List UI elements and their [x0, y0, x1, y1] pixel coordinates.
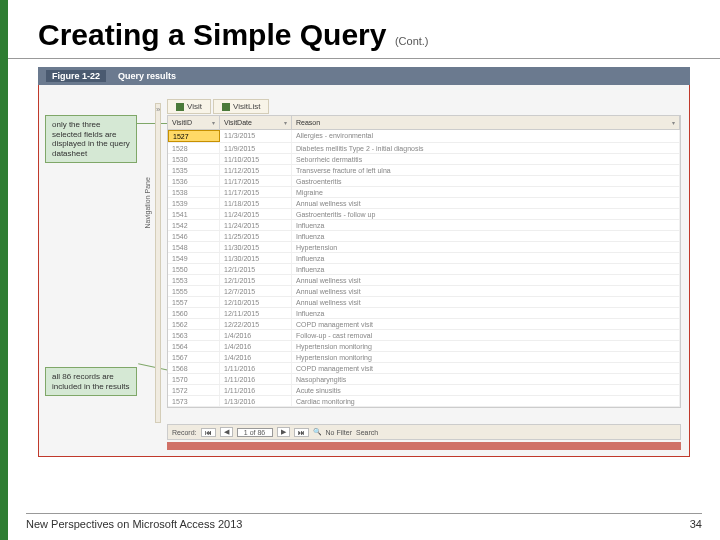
cell-visitdate[interactable]: 1/11/2016: [220, 374, 292, 384]
cell-visitid[interactable]: 1567: [168, 352, 220, 362]
cell-reason[interactable]: Hypertension: [292, 242, 680, 252]
cell-reason[interactable]: Influenza: [292, 308, 680, 318]
nav-last-button[interactable]: ⏭: [294, 428, 309, 437]
cell-reason[interactable]: Influenza: [292, 220, 680, 230]
table-row[interactable]: 156212/22/2015COPD management visit: [168, 319, 680, 330]
cell-visitdate[interactable]: 11/12/2015: [220, 165, 292, 175]
cell-visitdate[interactable]: 1/11/2016: [220, 385, 292, 395]
table-row[interactable]: 155012/1/2015Influenza: [168, 264, 680, 275]
cell-visitdate[interactable]: 1/13/2016: [220, 396, 292, 406]
cell-visitdate[interactable]: 11/25/2015: [220, 231, 292, 241]
cell-visitid[interactable]: 1530: [168, 154, 220, 164]
cell-visitid[interactable]: 1542: [168, 220, 220, 230]
cell-reason[interactable]: Seborrheic dermatitis: [292, 154, 680, 164]
column-header-reason[interactable]: Reason▾: [292, 116, 680, 129]
table-row[interactable]: 154211/24/2015Influenza: [168, 220, 680, 231]
cell-visitid[interactable]: 1564: [168, 341, 220, 351]
tab-visit[interactable]: Visit: [167, 99, 211, 114]
cell-reason[interactable]: Hypertension monitoring: [292, 341, 680, 351]
nav-prev-button[interactable]: ◀: [220, 427, 233, 437]
nav-next-button[interactable]: ▶: [277, 427, 290, 437]
cell-reason[interactable]: Annual wellness visit: [292, 275, 680, 285]
cell-visitid[interactable]: 1549: [168, 253, 220, 263]
cell-visitid[interactable]: 1548: [168, 242, 220, 252]
cell-reason[interactable]: Influenza: [292, 231, 680, 241]
column-header-visitid[interactable]: VisitID▾: [168, 116, 220, 129]
cell-visitid[interactable]: 1535: [168, 165, 220, 175]
cell-reason[interactable]: Nasopharyngitis: [292, 374, 680, 384]
table-row[interactable]: 153911/18/2015Annual wellness visit: [168, 198, 680, 209]
cell-visitdate[interactable]: 12/11/2015: [220, 308, 292, 318]
cell-visitid[interactable]: 1560: [168, 308, 220, 318]
cell-visitdate[interactable]: 12/10/2015: [220, 297, 292, 307]
table-row[interactable]: 15721/11/2016Acute sinusitis: [168, 385, 680, 396]
cell-visitid[interactable]: 1570: [168, 374, 220, 384]
table-row[interactable]: 156012/11/2015Influenza: [168, 308, 680, 319]
cell-reason[interactable]: Annual wellness visit: [292, 198, 680, 208]
table-row[interactable]: 15671/4/2016Hypertension monitoring: [168, 352, 680, 363]
cell-visitdate[interactable]: 11/30/2015: [220, 253, 292, 263]
table-row[interactable]: 152811/9/2015Diabetes mellitis Type 2 - …: [168, 143, 680, 154]
cell-reason[interactable]: Influenza: [292, 264, 680, 274]
cell-visitid[interactable]: 1538: [168, 187, 220, 197]
cell-visitid[interactable]: 1562: [168, 319, 220, 329]
cell-visitid[interactable]: 1536: [168, 176, 220, 186]
table-row[interactable]: 15701/11/2016Nasopharyngitis: [168, 374, 680, 385]
cell-visitdate[interactable]: 12/7/2015: [220, 286, 292, 296]
cell-visitdate[interactable]: 1/4/2016: [220, 352, 292, 362]
cell-visitdate[interactable]: 11/9/2015: [220, 143, 292, 153]
table-row[interactable]: 154111/24/2015Gastroenteritis - follow u…: [168, 209, 680, 220]
cell-visitdate[interactable]: 12/1/2015: [220, 264, 292, 274]
cell-visitid[interactable]: 1553: [168, 275, 220, 285]
table-row[interactable]: 153811/17/2015Migraine: [168, 187, 680, 198]
cell-reason[interactable]: Annual wellness visit: [292, 286, 680, 296]
nav-pane-chevron-icon[interactable]: »: [156, 105, 160, 114]
cell-visitdate[interactable]: 1/4/2016: [220, 330, 292, 340]
table-row[interactable]: 153511/12/2015Transverse fracture of lef…: [168, 165, 680, 176]
cell-visitid[interactable]: 1555: [168, 286, 220, 296]
chevron-down-icon[interactable]: ▾: [284, 119, 287, 126]
cell-reason[interactable]: Gastroenteritis: [292, 176, 680, 186]
column-header-visitdate[interactable]: VisitDate▾: [220, 116, 292, 129]
cell-reason[interactable]: Migraine: [292, 187, 680, 197]
record-position[interactable]: 1 of 86: [237, 428, 273, 437]
cell-visitid[interactable]: 1550: [168, 264, 220, 274]
cell-reason[interactable]: Cardiac monitoring: [292, 396, 680, 406]
cell-visitid[interactable]: 1557: [168, 297, 220, 307]
table-row[interactable]: 15631/4/2016Follow-up - cast removal: [168, 330, 680, 341]
cell-visitdate[interactable]: 1/4/2016: [220, 341, 292, 351]
chevron-down-icon[interactable]: ▾: [672, 119, 675, 126]
table-row[interactable]: 15731/13/2016Cardiac monitoring: [168, 396, 680, 407]
cell-visitid[interactable]: 1546: [168, 231, 220, 241]
cell-visitdate[interactable]: 11/24/2015: [220, 220, 292, 230]
table-row[interactable]: 155712/10/2015Annual wellness visit: [168, 297, 680, 308]
cell-reason[interactable]: Influenza: [292, 253, 680, 263]
table-row[interactable]: 154911/30/2015Influenza: [168, 253, 680, 264]
cell-visitdate[interactable]: 11/10/2015: [220, 154, 292, 164]
table-row[interactable]: 153611/17/2015Gastroenteritis: [168, 176, 680, 187]
cell-visitdate[interactable]: 11/18/2015: [220, 198, 292, 208]
cell-visitdate[interactable]: 11/3/2015: [220, 130, 292, 142]
cell-reason[interactable]: Transverse fracture of left ulna: [292, 165, 680, 175]
table-row[interactable]: 152711/3/2015Allergies - environmental: [168, 130, 680, 143]
cell-reason[interactable]: COPD management visit: [292, 319, 680, 329]
cell-reason[interactable]: Allergies - environmental: [292, 130, 680, 142]
cell-visitdate[interactable]: 11/17/2015: [220, 187, 292, 197]
cell-visitid[interactable]: 1572: [168, 385, 220, 395]
cell-reason[interactable]: Gastroenteritis - follow up: [292, 209, 680, 219]
tab-visitlist[interactable]: VisitList: [213, 99, 269, 114]
table-row[interactable]: 153011/10/2015Seborrheic dermatitis: [168, 154, 680, 165]
cell-visitdate[interactable]: 11/24/2015: [220, 209, 292, 219]
cell-visitid[interactable]: 1563: [168, 330, 220, 340]
cell-visitdate[interactable]: 11/17/2015: [220, 176, 292, 186]
cell-reason[interactable]: COPD management visit: [292, 363, 680, 373]
cell-visitdate[interactable]: 12/22/2015: [220, 319, 292, 329]
table-row[interactable]: 155512/7/2015Annual wellness visit: [168, 286, 680, 297]
cell-visitid[interactable]: 1568: [168, 363, 220, 373]
nav-pane-collapsed[interactable]: [155, 103, 161, 423]
table-row[interactable]: 155312/1/2015Annual wellness visit: [168, 275, 680, 286]
cell-visitdate[interactable]: 1/11/2016: [220, 363, 292, 373]
cell-visitid[interactable]: 1539: [168, 198, 220, 208]
cell-visitid[interactable]: 1541: [168, 209, 220, 219]
cell-reason[interactable]: Acute sinusitis: [292, 385, 680, 395]
